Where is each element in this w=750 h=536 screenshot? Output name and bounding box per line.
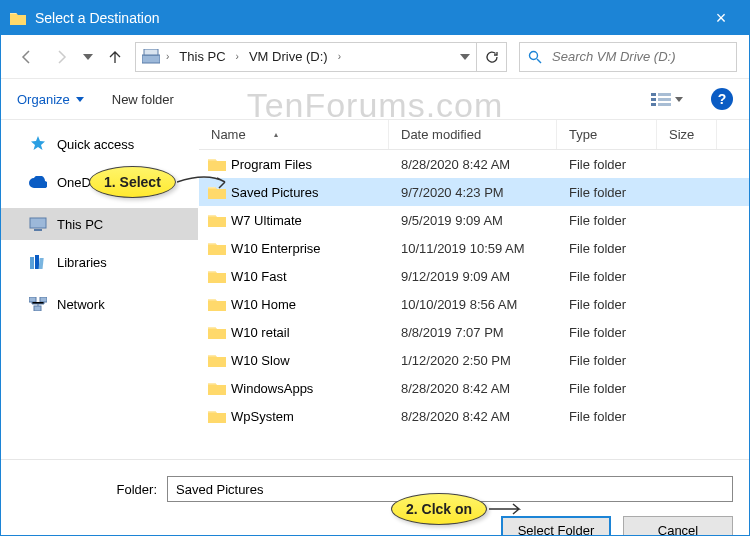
svg-rect-7	[651, 103, 656, 106]
svg-rect-16	[34, 306, 41, 311]
sidebar-item-network[interactable]: Network	[1, 288, 198, 320]
folder-icon	[199, 241, 227, 255]
svg-rect-10	[34, 229, 42, 231]
chevron-right-icon[interactable]: ›	[166, 51, 169, 62]
file-name: W7 Ultimate	[227, 213, 389, 228]
svg-rect-1	[144, 49, 158, 55]
file-date: 1/12/2020 2:50 PM	[389, 353, 557, 368]
file-type: File folder	[557, 409, 657, 424]
file-name: Saved Pictures	[227, 185, 389, 200]
svg-rect-8	[658, 103, 671, 106]
file-row[interactable]: W10 Fast9/12/2019 9:09 AMFile folder	[199, 262, 749, 290]
refresh-button[interactable]	[477, 42, 507, 72]
column-type[interactable]: Type	[557, 120, 657, 149]
file-row[interactable]: W10 Home10/10/2019 8:56 AMFile folder	[199, 290, 749, 318]
file-row[interactable]: W10 Enterprise10/11/2019 10:59 AMFile fo…	[199, 234, 749, 262]
help-button[interactable]: ?	[711, 88, 733, 110]
chevron-right-icon[interactable]: ›	[338, 51, 341, 62]
file-row[interactable]: Program Files8/28/2020 8:42 AMFile folde…	[199, 150, 749, 178]
folder-icon	[199, 157, 227, 171]
close-button[interactable]: ×	[701, 8, 741, 29]
file-name: W10 Fast	[227, 269, 389, 284]
back-button[interactable]	[13, 43, 41, 71]
sidebar-item-label: Libraries	[57, 255, 107, 270]
column-name[interactable]: Name ▴	[199, 120, 389, 149]
view-button[interactable]	[651, 92, 683, 106]
search-input[interactable]	[550, 48, 728, 65]
cloud-icon	[29, 176, 47, 188]
sort-asc-icon: ▴	[274, 130, 278, 139]
address-dropdown-icon[interactable]	[460, 54, 470, 60]
svg-rect-14	[29, 297, 36, 302]
file-list: Name ▴ Date modified Type Size Program F…	[199, 120, 749, 459]
file-row[interactable]: W10 retail8/8/2019 7:07 PMFile folder	[199, 318, 749, 346]
toolbar: Organize New folder ?	[1, 79, 749, 119]
file-name: W10 retail	[227, 325, 389, 340]
file-type: File folder	[557, 241, 657, 256]
star-icon	[29, 136, 47, 152]
search-icon	[528, 50, 542, 64]
folder-row: Folder:	[17, 476, 733, 502]
button-row: Select Folder Cancel	[17, 516, 733, 536]
callout-1: 1. Select	[89, 166, 176, 198]
column-date[interactable]: Date modified	[389, 120, 557, 149]
forward-button[interactable]	[47, 43, 75, 71]
new-folder-button[interactable]: New folder	[112, 92, 174, 107]
column-name-label: Name	[211, 127, 246, 142]
folder-icon	[199, 325, 227, 339]
folder-icon	[9, 11, 27, 25]
file-type: File folder	[557, 297, 657, 312]
column-size[interactable]: Size	[657, 120, 717, 149]
file-type: File folder	[557, 213, 657, 228]
bottom-panel: Folder: Select Folder Cancel	[1, 459, 749, 536]
file-row[interactable]: WindowsApps8/28/2020 8:42 AMFile folder	[199, 374, 749, 402]
file-date: 9/12/2019 9:09 AM	[389, 269, 557, 284]
file-name: WpSystem	[227, 409, 389, 424]
svg-rect-9	[30, 218, 46, 228]
file-row[interactable]: Saved Pictures9/7/2020 4:23 PMFile folde…	[199, 178, 749, 206]
sidebar-item-libraries[interactable]: Libraries	[1, 246, 198, 278]
folder-icon	[199, 353, 227, 367]
file-type: File folder	[557, 269, 657, 284]
file-date: 9/7/2020 4:23 PM	[389, 185, 557, 200]
cancel-button[interactable]: Cancel	[623, 516, 733, 536]
file-date: 10/10/2019 8:56 AM	[389, 297, 557, 312]
callout-2: 2. Clck on	[391, 493, 487, 525]
file-type: File folder	[557, 185, 657, 200]
svg-rect-3	[651, 93, 656, 96]
file-type: File folder	[557, 381, 657, 396]
svg-rect-11	[30, 257, 34, 269]
svg-point-2	[530, 51, 538, 59]
chevron-right-icon[interactable]: ›	[236, 51, 239, 62]
organize-label: Organize	[17, 92, 70, 107]
sidebar-item-this-pc[interactable]: This PC	[1, 208, 198, 240]
svg-rect-13	[39, 258, 44, 269]
drive-icon	[142, 49, 160, 65]
file-name: W10 Slow	[227, 353, 389, 368]
file-date: 10/11/2019 10:59 AM	[389, 241, 557, 256]
folder-label: Folder:	[17, 482, 157, 497]
file-date: 8/28/2020 8:42 AM	[389, 157, 557, 172]
file-date: 8/28/2020 8:42 AM	[389, 381, 557, 396]
file-name: W10 Enterprise	[227, 241, 389, 256]
up-button[interactable]	[101, 43, 129, 71]
file-row[interactable]: W10 Slow1/12/2020 2:50 PMFile folder	[199, 346, 749, 374]
callout-2-label: 2. Clck on	[391, 493, 487, 525]
callout-1-label: 1. Select	[89, 166, 176, 198]
folder-icon	[199, 381, 227, 395]
breadcrumb[interactable]: This PC	[175, 47, 229, 66]
file-row[interactable]: WpSystem8/28/2020 8:42 AMFile folder	[199, 402, 749, 430]
search-box[interactable]	[519, 42, 737, 72]
file-date: 8/8/2019 7:07 PM	[389, 325, 557, 340]
file-row[interactable]: W7 Ultimate9/5/2019 9:09 AMFile folder	[199, 206, 749, 234]
folder-icon	[199, 269, 227, 283]
address-bar[interactable]: › This PC › VM Drive (D:) ›	[135, 42, 477, 72]
sidebar-item-quick-access[interactable]: Quick access	[1, 128, 198, 160]
column-headers: Name ▴ Date modified Type Size	[199, 120, 749, 150]
breadcrumb[interactable]: VM Drive (D:)	[245, 47, 332, 66]
window-title: Select a Destination	[35, 10, 701, 26]
organize-button[interactable]: Organize	[17, 92, 84, 107]
recent-dropdown-icon[interactable]	[81, 43, 95, 71]
sidebar-item-label: Quick access	[57, 137, 134, 152]
folder-icon	[199, 297, 227, 311]
